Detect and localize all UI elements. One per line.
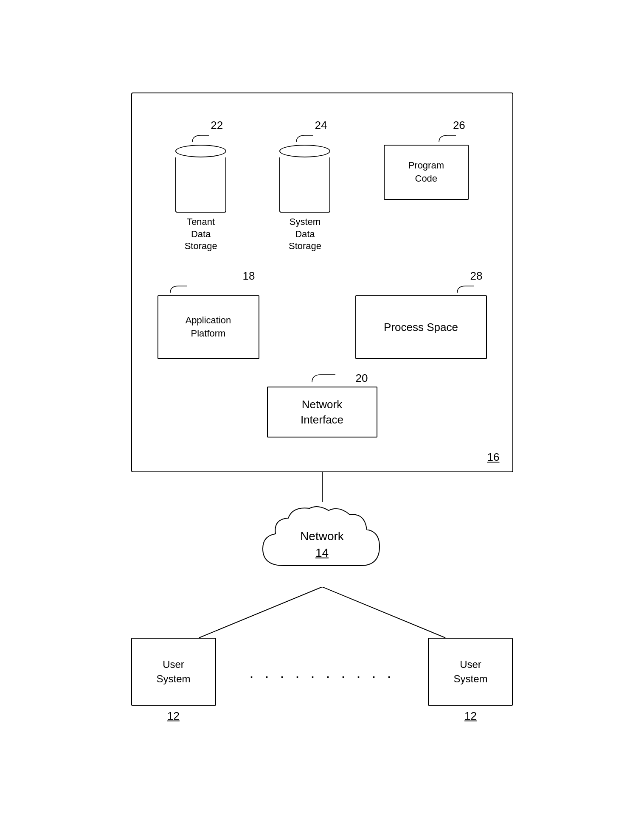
tenant-storage-label: Tenant Data Storage <box>185 216 217 252</box>
app-platform-component: 18 Application Platform <box>157 269 259 359</box>
outer-box-16: 16 22 Tenant Data Storage <box>131 93 513 472</box>
system-storage-component: 24 System Data Storage <box>279 119 330 252</box>
branching-lines-svg <box>131 587 513 638</box>
app-platform-bracket <box>166 284 200 296</box>
cylinder-body <box>175 157 226 213</box>
system-storage-cylinder <box>279 145 330 213</box>
tenant-storage-component: 22 Tenant Data Storage <box>175 119 226 252</box>
top-row: 22 Tenant Data Storage 24 <box>149 119 495 252</box>
cloud-wrapper: Network 14 <box>254 502 390 587</box>
full-diagram: 16 22 Tenant Data Storage <box>127 93 517 723</box>
system-storage-label: System Data Storage <box>289 216 321 252</box>
user-system-left-number: 12 <box>167 709 180 723</box>
network-interface-section: 20 Network Interface <box>149 372 495 437</box>
system-storage-number: 24 <box>315 119 327 132</box>
cylinder-body-2 <box>279 157 330 213</box>
label-16: 16 <box>487 451 500 464</box>
app-platform-box: Application Platform <box>157 295 259 359</box>
tenant-storage-cylinder <box>175 145 226 213</box>
cloud-text: Network 14 <box>300 528 344 561</box>
ni-bracket <box>310 373 352 385</box>
cylinder-top <box>175 145 226 157</box>
process-space-box: Process Space <box>355 295 487 359</box>
process-space-bracket <box>453 284 487 296</box>
user-system-right-box: User System <box>428 638 513 706</box>
program-code-bracket <box>435 134 469 146</box>
middle-row: 18 Application Platform 28 Process <box>149 269 495 359</box>
user-system-right-number: 12 <box>464 709 477 723</box>
network-interface-box: Network Interface <box>267 387 377 437</box>
diagram-container: 16 22 Tenant Data Storage <box>110 76 534 740</box>
user-system-left-wrapper: User System 12 <box>131 638 216 723</box>
ni-number: 20 <box>356 372 368 384</box>
dots-separator: · · · · · · · · · · <box>249 638 394 685</box>
network-cloud-section: Network 14 <box>254 502 390 587</box>
program-code-number: 26 <box>453 119 465 132</box>
svg-line-1 <box>322 587 445 638</box>
cylinder-top-2 <box>279 145 330 157</box>
user-system-right-wrapper: User System 12 <box>428 638 513 723</box>
user-systems-row: User System 12 · · · · · · · · · · User … <box>131 638 513 723</box>
ni-number-label: 20 <box>310 372 368 385</box>
program-code-box: Program Code <box>384 145 469 200</box>
lower-section <box>131 587 513 638</box>
tenant-storage-bracket <box>188 134 222 146</box>
process-space-number: 28 <box>470 269 483 283</box>
user-system-left-box: User System <box>131 638 216 706</box>
svg-line-0 <box>199 587 322 638</box>
process-space-component: 28 Process Space <box>355 269 487 359</box>
ni-to-cloud-connector <box>322 472 323 502</box>
app-platform-number: 18 <box>243 269 255 283</box>
system-storage-bracket <box>292 134 326 146</box>
program-code-component: 26 Program Code <box>384 119 469 200</box>
tenant-storage-number: 22 <box>211 119 223 132</box>
